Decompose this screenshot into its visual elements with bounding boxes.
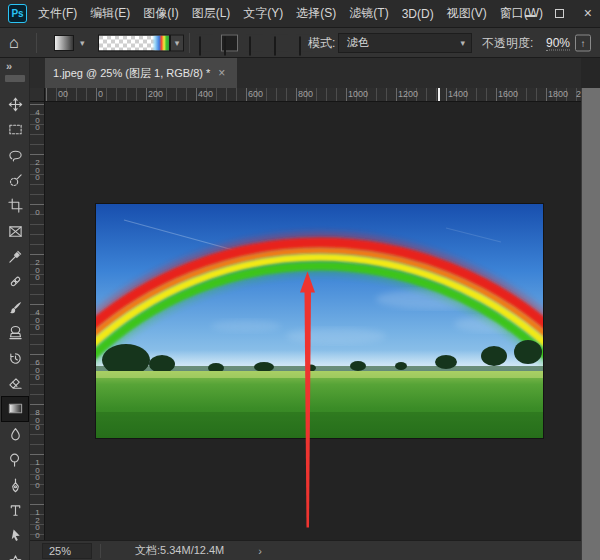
tab-bar: 1.jpeg @ 25% (图层 1, RGB/8) * ×: [0, 58, 581, 88]
document-size-info: 文档:5.34M/12.4M: [135, 543, 224, 558]
frame-icon: [8, 224, 23, 239]
quick-selection-icon: [8, 173, 23, 188]
menu-view[interactable]: 视图(V): [447, 5, 487, 22]
eraser-icon: [8, 376, 23, 391]
ruler-corner[interactable]: [30, 88, 45, 102]
window-controls: ×: [525, 0, 592, 26]
chevron-down-icon[interactable]: ▾: [80, 38, 85, 48]
gradient-type-linear-button[interactable]: [196, 34, 213, 51]
tool-rectangular-marquee[interactable]: [2, 117, 28, 141]
gradient-type-reflected-button[interactable]: [271, 34, 288, 51]
reflected-gradient-icon: [274, 36, 276, 55]
mode-label: 模式:: [308, 34, 335, 51]
h-ruler-label: 200: [148, 89, 163, 99]
tool-crop[interactable]: [2, 194, 28, 218]
maximize-icon[interactable]: [555, 9, 564, 18]
tool-type[interactable]: [2, 498, 28, 522]
menu-select[interactable]: 选择(S): [296, 5, 336, 22]
vertical-ruler[interactable]: 400200020040060080010001200: [30, 102, 45, 540]
mode-select[interactable]: 滤色 ▾: [338, 33, 472, 53]
pressure-opacity-icon[interactable]: ↑: [575, 34, 591, 51]
tool-gradient[interactable]: [2, 397, 28, 421]
v-ruler-label: 1000: [33, 459, 42, 489]
lasso-icon: [8, 147, 23, 162]
gradient-type-angle-button[interactable]: [246, 34, 263, 51]
h-ruler-label: 1000: [348, 89, 368, 99]
tool-dodge[interactable]: [2, 448, 28, 472]
path-selection-icon: [8, 528, 23, 543]
tool-spot-healing-brush[interactable]: [2, 270, 28, 294]
tool-brush[interactable]: [2, 295, 28, 319]
v-ruler-label: 600: [33, 359, 42, 382]
menu-image[interactable]: 图像(I): [143, 5, 178, 22]
v-ruler-label: 200: [33, 159, 42, 182]
toolbox-grip[interactable]: [5, 75, 25, 82]
tool-quick-selection[interactable]: [2, 168, 28, 192]
field-shadow: [96, 412, 543, 438]
tab-close-icon[interactable]: ×: [218, 66, 225, 80]
gradient-type-buttons: [196, 34, 313, 51]
rainbow-field-scene: [96, 204, 543, 438]
v-ruler-label: 400: [33, 309, 42, 332]
gradient-icon: [8, 401, 23, 416]
horizontal-ruler[interactable]: 000200400600800100012001400160018002: [45, 88, 581, 102]
tool-eraser[interactable]: [2, 371, 28, 395]
document-tab[interactable]: 1.jpeg @ 25% (图层 1, RGB/8) * ×: [45, 58, 237, 88]
chevron-down-icon: ▾: [460, 38, 465, 48]
linear-gradient-icon: [199, 36, 201, 55]
zoom-level-field[interactable]: 25%: [42, 543, 92, 559]
menu-3d[interactable]: 3D(D): [402, 7, 434, 21]
opacity-label: 不透明度:: [482, 34, 533, 51]
tool-clone-stamp[interactable]: [2, 321, 28, 345]
menu-edit[interactable]: 编辑(E): [90, 5, 130, 22]
menu-file[interactable]: 文件(F): [38, 5, 77, 22]
menu-filter[interactable]: 滤镜(T): [349, 5, 388, 22]
ruler-cursor-indicator: [438, 88, 440, 102]
status-expand-icon[interactable]: ›: [258, 545, 262, 557]
opacity-field[interactable]: 90%: [546, 35, 570, 50]
pen-icon: [8, 478, 23, 493]
move-icon: [8, 97, 23, 112]
minimize-icon[interactable]: [525, 10, 535, 17]
spot-healing-brush-icon: [8, 274, 23, 289]
photoshop-window: Ps 文件(F)编辑(E)图像(I)图层(L)文字(Y)选择(S)滤镜(T)3D…: [0, 0, 600, 560]
tool-history-brush[interactable]: [2, 346, 28, 370]
document-tab-title: 1.jpeg @ 25% (图层 1, RGB/8) *: [53, 66, 210, 81]
v-ruler-label: 400: [33, 109, 42, 132]
tool-move[interactable]: [2, 92, 28, 116]
h-ruler-label: 1600: [498, 89, 518, 99]
menu-type[interactable]: 文字(Y): [243, 5, 283, 22]
gradient-preview[interactable]: [98, 34, 170, 51]
home-icon[interactable]: ⌂: [9, 34, 19, 52]
close-icon[interactable]: ×: [584, 6, 592, 20]
tool-path-selection[interactable]: [2, 524, 28, 548]
gradient-type-radial-button[interactable]: [221, 34, 238, 51]
document-area[interactable]: [45, 102, 581, 540]
gradient-picker-button[interactable]: ▾: [170, 34, 184, 51]
clone-stamp-icon: [8, 325, 23, 340]
type-icon: [8, 503, 23, 518]
chevron-down-icon: ▾: [175, 38, 180, 48]
blur-icon: [8, 427, 23, 442]
dodge-icon: [8, 452, 23, 467]
canvas-image[interactable]: [96, 204, 543, 438]
mode-value: 滤色: [347, 35, 369, 50]
menu-layer[interactable]: 图层(L): [192, 5, 231, 22]
divider: [36, 33, 37, 53]
photoshop-logo[interactable]: Ps: [8, 4, 27, 23]
tool-frame[interactable]: [2, 219, 28, 243]
toolbox-collapse-icon[interactable]: »: [6, 60, 11, 72]
tool-pen[interactable]: [2, 473, 28, 497]
tool-blur[interactable]: [2, 422, 28, 446]
h-ruler-label: 0: [98, 89, 103, 99]
h-ruler-label: 1800: [548, 89, 568, 99]
v-ruler-label: 200: [33, 259, 42, 282]
tool-preset-thumbnail[interactable]: [54, 35, 74, 51]
crop-icon: [8, 198, 23, 213]
options-bar: ⌂ ▾ ▾ 模式: 滤色 ▾ 不透明度: 90% ↑: [0, 28, 600, 58]
eyedropper-icon: [8, 249, 23, 264]
tool-lasso[interactable]: [2, 143, 28, 167]
v-ruler-label: 0: [33, 209, 42, 217]
tool-custom-shape[interactable]: [2, 549, 28, 560]
tool-eyedropper[interactable]: [2, 244, 28, 268]
